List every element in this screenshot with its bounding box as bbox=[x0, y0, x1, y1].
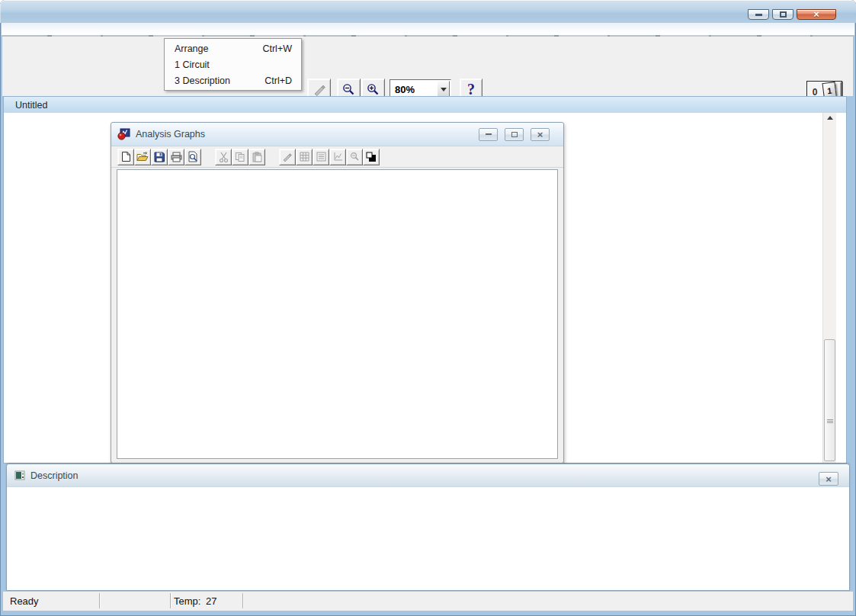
zoom-in-icon bbox=[367, 83, 380, 97]
new-document-icon bbox=[121, 151, 131, 162]
maximize-button[interactable] bbox=[772, 9, 793, 20]
print-button[interactable] bbox=[168, 149, 184, 165]
new-button[interactable] bbox=[117, 149, 134, 165]
status-temp-label: Temp: bbox=[174, 595, 200, 607]
analysis-graphs-app-icon bbox=[117, 128, 130, 140]
save-floppy-icon bbox=[154, 152, 165, 162]
description-icon bbox=[14, 470, 25, 480]
printer-icon bbox=[171, 152, 182, 162]
power-on-label: 1 bbox=[826, 85, 832, 95]
menu-item-arrange[interactable]: Arrange Ctrl+W bbox=[165, 40, 301, 56]
close-icon: × bbox=[813, 11, 819, 18]
open-button[interactable] bbox=[134, 149, 151, 165]
minimize-button[interactable] bbox=[748, 9, 769, 20]
menubar[interactable] bbox=[2, 23, 854, 35]
window-menu-popup: Arrange Ctrl+W 1 Circuit 3 Description C… bbox=[164, 38, 302, 91]
copy-button[interactable] bbox=[232, 149, 248, 165]
zoom-combo-dropdown-button[interactable] bbox=[437, 81, 450, 98]
black-white-button[interactable] bbox=[363, 149, 380, 165]
save-button[interactable] bbox=[151, 149, 168, 165]
zoom-out-icon bbox=[342, 83, 356, 97]
vertical-scrollbar[interactable] bbox=[822, 113, 836, 463]
open-folder-icon bbox=[136, 152, 149, 162]
paste-button[interactable] bbox=[248, 149, 265, 165]
menu-item-label: 1 Circuit bbox=[175, 59, 292, 70]
menu-item-label: Arrange bbox=[175, 43, 262, 54]
analysis-close-button[interactable]: × bbox=[531, 128, 550, 141]
copy-icon bbox=[235, 152, 245, 162]
cut-scissors-icon bbox=[219, 152, 229, 162]
toolbar-area: 80% ? bbox=[2, 37, 853, 96]
paste-clipboard-icon bbox=[252, 152, 262, 162]
analysis-graph-area[interactable] bbox=[117, 169, 558, 459]
menu-item-shortcut: Ctrl+D bbox=[264, 75, 292, 86]
status-divider bbox=[170, 593, 171, 608]
menu-item-description[interactable]: 3 Description Ctrl+D bbox=[165, 72, 301, 88]
description-close-button[interactable]: × bbox=[819, 472, 838, 486]
application-window: × 80% bbox=[0, 0, 856, 616]
close-button[interactable]: × bbox=[797, 9, 836, 20]
status-ready-text: Ready bbox=[10, 595, 39, 607]
scrollbar-thumb[interactable] bbox=[824, 339, 835, 461]
zoom-level-value: 80% bbox=[390, 84, 437, 95]
graph-probe-button[interactable] bbox=[279, 149, 296, 165]
graph-zoom-out-button[interactable] bbox=[346, 149, 363, 165]
status-bar: Ready Temp: 27 bbox=[3, 591, 853, 611]
probe-pen-icon bbox=[313, 83, 326, 96]
window-caption-buttons: × bbox=[748, 9, 836, 20]
probe-pen-icon bbox=[282, 152, 293, 162]
print-preview-button[interactable] bbox=[184, 149, 201, 165]
description-text-area[interactable] bbox=[8, 487, 848, 589]
grid-button[interactable] bbox=[296, 149, 313, 165]
main-titlebar[interactable]: × bbox=[0, 0, 856, 23]
black-white-squares-icon bbox=[366, 152, 377, 162]
legend-button[interactable] bbox=[313, 149, 329, 165]
status-temp-value: 27 bbox=[206, 595, 216, 607]
minimize-icon bbox=[755, 14, 762, 16]
grid-icon bbox=[300, 152, 309, 162]
legend-icon bbox=[316, 152, 326, 162]
chart-axes-icon bbox=[333, 152, 343, 162]
graph-properties-button[interactable] bbox=[329, 149, 346, 165]
analysis-caption-buttons: × bbox=[479, 128, 550, 141]
circuit-window-titlebar[interactable]: Untitled bbox=[4, 97, 846, 113]
chevron-down-icon bbox=[441, 88, 447, 91]
minimize-icon bbox=[486, 133, 492, 135]
close-icon: × bbox=[826, 475, 832, 483]
analysis-graphs-window: Analysis Graphs × bbox=[111, 122, 564, 464]
circuit-window-title: Untitled bbox=[15, 100, 47, 111]
close-icon: × bbox=[537, 130, 543, 139]
menu-item-label: 3 Description bbox=[175, 75, 264, 86]
cut-button[interactable] bbox=[215, 149, 232, 165]
menu-item-circuit[interactable]: 1 Circuit bbox=[165, 56, 301, 72]
scroll-up-icon[interactable] bbox=[827, 116, 833, 120]
analysis-titlebar[interactable]: Analysis Graphs × bbox=[111, 123, 563, 146]
analysis-toolbar bbox=[111, 146, 563, 168]
status-divider bbox=[99, 593, 100, 608]
maximize-icon bbox=[511, 132, 518, 137]
description-panel-title: Description bbox=[30, 470, 79, 481]
scrollbar-grip-icon bbox=[827, 419, 833, 424]
status-divider bbox=[242, 593, 243, 608]
analysis-maximize-button[interactable] bbox=[505, 128, 524, 141]
analysis-window-title: Analysis Graphs bbox=[136, 129, 479, 140]
maximize-icon bbox=[780, 11, 787, 18]
print-preview-icon bbox=[188, 151, 198, 162]
description-titlebar[interactable]: Description bbox=[7, 464, 849, 487]
zoom-out-icon bbox=[350, 152, 360, 162]
description-panel: Description × bbox=[6, 464, 850, 591]
analysis-minimize-button[interactable] bbox=[479, 128, 498, 141]
menu-item-shortcut: Ctrl+W bbox=[262, 43, 292, 54]
